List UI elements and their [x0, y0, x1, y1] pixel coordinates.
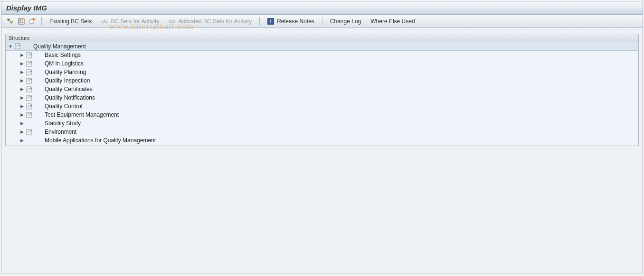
glasses-icon	[169, 19, 175, 24]
svg-rect-0	[19, 18, 24, 24]
activated-bc-sets-label: Activated BC Sets for Activity	[178, 18, 252, 25]
toolbar-separator	[322, 17, 322, 26]
activated-bc-sets-button: Activated BC Sets for Activity	[165, 17, 256, 26]
content-area: Structure ▼ Quality Management ▶	[1, 28, 643, 274]
release-notes-label: Release Notes	[277, 18, 314, 25]
structure-icon[interactable]	[17, 17, 26, 26]
svg-rect-4	[22, 22, 23, 23]
structure-header: Structure	[5, 34, 639, 42]
tree-node-label: Quality Certificates	[45, 86, 93, 92]
svg-point-9	[104, 20, 107, 23]
svg-point-8	[102, 20, 104, 23]
glasses-icon	[101, 19, 108, 24]
svg-point-11	[169, 20, 172, 23]
expand-icon[interactable]: ▶	[19, 52, 25, 58]
document-icon	[26, 120, 33, 127]
where-else-used-button[interactable]: Where Else Used	[367, 17, 418, 26]
tree-node-label: Quality Control	[45, 103, 82, 110]
tree-node-label: Test Equipment Management	[45, 111, 119, 118]
svg-rect-5	[30, 19, 34, 23]
tree-node-label: Basic Settings	[45, 52, 81, 58]
document-icon[interactable]	[26, 52, 33, 58]
tree-child-node[interactable]: ▶ Environment	[6, 128, 638, 136]
tree-node-label: Quality Inspection	[45, 77, 90, 84]
expand-icon[interactable]: ▶	[19, 78, 25, 83]
expand-icon[interactable]: ▶	[19, 129, 25, 135]
tree-child-node[interactable]: ▶ Test Equipment Management	[6, 110, 638, 119]
collapse-icon[interactable]: ▼	[8, 44, 13, 49]
tree-child-node[interactable]: ▶ Quality Certificates	[6, 85, 638, 93]
tree-child-node[interactable]: ▶Mobile Applications for Quality Managem…	[6, 136, 638, 145]
document-icon[interactable]	[26, 69, 33, 75]
page-title: Display IMG	[6, 4, 47, 12]
tree-container: ▼ Quality Management ▶ Basic Settings▶	[5, 42, 639, 146]
tree-child-node[interactable]: ▶ QM in Logistics	[6, 59, 638, 68]
svg-rect-2	[22, 19, 23, 21]
document-icon	[26, 137, 33, 144]
document-icon[interactable]	[14, 43, 22, 50]
img-container: Display IMG Existi	[1, 1, 643, 274]
expand-icon[interactable]: ▶	[19, 103, 25, 109]
tree-child-node[interactable]: ▶Stability Study	[6, 119, 638, 128]
tree-node-label: Quality Planning	[45, 69, 86, 75]
toolbar: Existing BC Sets BC Sets for Activity Ac…	[1, 15, 643, 28]
info-icon: i	[267, 18, 274, 25]
document-icon[interactable]	[26, 86, 33, 92]
tree-child-node[interactable]: ▶ Quality Control	[6, 102, 638, 110]
release-notes-button[interactable]: i Release Notes	[264, 17, 318, 26]
tree-child-node[interactable]: ▶ Quality Notifications	[6, 93, 638, 102]
tree-child-node[interactable]: ▶ Quality Inspection	[6, 76, 638, 85]
expand-icon[interactable]: ▶	[19, 112, 25, 118]
document-icon[interactable]	[26, 77, 33, 84]
document-icon[interactable]	[26, 129, 33, 135]
tree-node-label: Environment	[45, 129, 76, 135]
expand-icon[interactable]: ▶	[19, 120, 25, 126]
toolbar-separator	[259, 17, 260, 26]
tree-node-label: Quality Management	[33, 43, 86, 50]
expand-icon[interactable]: ▶	[19, 69, 25, 75]
document-icon[interactable]	[26, 94, 33, 101]
tree-node-label: Mobile Applications for Quality Manageme…	[45, 137, 156, 144]
document-icon[interactable]	[26, 60, 33, 67]
expand-icon[interactable]: ▶	[19, 95, 25, 101]
toolbar-separator	[41, 17, 42, 26]
expand-collapse-icon[interactable]	[5, 17, 15, 26]
add-node-icon[interactable]	[28, 17, 38, 26]
existing-bc-sets-button[interactable]: Existing BC Sets	[46, 17, 95, 26]
tree-node-label: Stability Study	[45, 120, 81, 127]
expand-icon[interactable]: ▶	[19, 86, 25, 92]
tree-node-label: Quality Notifications	[45, 94, 95, 101]
tree-child-node[interactable]: ▶ Basic Settings	[6, 51, 638, 59]
change-log-button[interactable]: Change Log	[326, 17, 365, 26]
svg-rect-3	[19, 22, 21, 23]
svg-rect-1	[19, 19, 21, 21]
expand-icon[interactable]: ▶	[19, 61, 25, 66]
document-icon[interactable]	[26, 111, 33, 118]
bc-sets-for-activity-button: BC Sets for Activity	[97, 17, 163, 26]
tree-root-node[interactable]: ▼ Quality Management	[6, 42, 638, 51]
document-icon[interactable]	[26, 103, 33, 110]
title-bar: Display IMG	[1, 1, 643, 15]
svg-point-12	[172, 20, 175, 23]
bc-sets-for-activity-label: BC Sets for Activity	[111, 18, 159, 25]
tree-child-node[interactable]: ▶ Quality Planning	[6, 68, 638, 76]
expand-icon[interactable]: ▶	[19, 138, 25, 143]
tree-node-label: QM in Logistics	[45, 60, 84, 67]
